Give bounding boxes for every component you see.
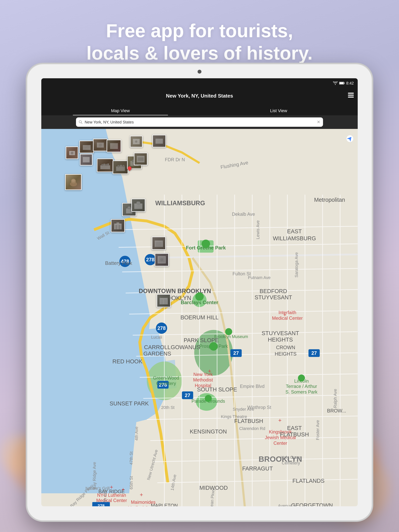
tab-map-view[interactable]: Map View <box>41 108 200 114</box>
svg-text:+: + <box>110 484 113 490</box>
svg-rect-184 <box>127 208 132 209</box>
hero-line2: locals & lovers of history. <box>39 42 360 64</box>
svg-text:EAST: EAST <box>287 425 302 431</box>
wifi-icon <box>333 81 338 85</box>
svg-text:Putnam Ave: Putnam Ave <box>248 275 270 280</box>
svg-text:47th St: 47th St <box>129 451 134 465</box>
map-location-pin <box>128 166 131 170</box>
nav-bar: New York, NY, United States <box>41 88 358 104</box>
svg-rect-192 <box>156 242 162 247</box>
list-button[interactable] <box>348 93 354 99</box>
map-photo-1[interactable] <box>66 146 78 159</box>
map-photo-8[interactable] <box>97 158 113 172</box>
search-area: New York, NY, United States ✕ <box>41 115 358 129</box>
svg-rect-3 <box>348 93 354 94</box>
svg-text:278: 278 <box>157 325 166 331</box>
map-photo-5[interactable] <box>130 136 143 147</box>
svg-text:Holy Cross: Holy Cross <box>281 455 301 460</box>
svg-text:Methodist: Methodist <box>193 377 213 382</box>
svg-text:Medical Center: Medical Center <box>128 505 159 506</box>
svg-text:65th St: 65th St <box>129 476 134 489</box>
svg-point-162 <box>135 140 137 143</box>
svg-point-195 <box>160 258 163 261</box>
svg-text:BROW...: BROW... <box>327 408 346 413</box>
search-input[interactable]: New York, NY, United States <box>84 120 315 124</box>
svg-text:SUNSET PARK: SUNSET PARK <box>110 400 149 407</box>
svg-text:BEDFORD: BEDFORD <box>259 288 287 294</box>
svg-text:Kings Theatre: Kings Theatre <box>221 414 247 419</box>
status-bar: 8:42 <box>41 78 358 88</box>
svg-point-110 <box>209 342 218 350</box>
map-photo-4[interactable] <box>107 140 121 152</box>
svg-text:Cemetery: Cemetery <box>282 461 300 465</box>
svg-text:Saratoga Ave: Saratoga Ave <box>294 252 299 278</box>
svg-text:Clarendon Rd: Clarendon Rd <box>239 426 265 431</box>
svg-text:KENSINGTON: KENSINGTON <box>190 428 227 435</box>
svg-text:Foster Ave: Foster Ave <box>315 420 320 440</box>
svg-text:+: + <box>283 312 286 318</box>
svg-line-7 <box>81 123 82 124</box>
svg-text:FLATLANDS: FLATLANDS <box>292 478 325 484</box>
svg-point-159 <box>99 144 102 147</box>
svg-text:GEORGETOWN: GEORGETOWN <box>291 502 333 506</box>
map-container[interactable]: 278 278 478 27 27 27 278 WILLIAMSBURG DO… <box>41 129 358 506</box>
svg-text:HEIGHTS: HEIGHTS <box>268 336 293 343</box>
svg-text:CARROLL: CARROLL <box>144 344 170 350</box>
search-clear-button[interactable]: ✕ <box>317 120 320 125</box>
svg-rect-165 <box>100 165 110 169</box>
svg-text:GARDENS: GARDENS <box>143 350 171 357</box>
svg-text:FDR Dr N: FDR Dr N <box>165 157 185 162</box>
map-photo-3[interactable] <box>93 139 108 151</box>
map-photo-11[interactable] <box>134 153 148 165</box>
svg-text:27: 27 <box>185 393 190 398</box>
map-photo-14[interactable] <box>131 199 145 212</box>
svg-text:+: + <box>121 487 125 493</box>
svg-rect-190 <box>116 222 119 223</box>
svg-point-122 <box>298 374 305 381</box>
svg-text:BOERUM HILL: BOERUM HILL <box>180 314 219 321</box>
svg-text:278: 278 <box>146 257 154 262</box>
map-photo-18[interactable] <box>157 294 171 307</box>
svg-rect-164 <box>83 157 90 162</box>
map-photo-12[interactable] <box>65 174 82 190</box>
hero-line1: Free app for tourists, <box>39 19 360 42</box>
map-photo-16[interactable] <box>152 237 166 250</box>
svg-rect-160 <box>110 143 118 149</box>
svg-text:Snyder Ave: Snyder Ave <box>233 407 254 412</box>
svg-text:NYU Lutheran: NYU Lutheran <box>97 493 126 498</box>
svg-point-109 <box>195 292 204 301</box>
map-photo-6[interactable] <box>152 135 166 147</box>
svg-text:20th St: 20th St <box>161 405 174 410</box>
svg-text:+: + <box>140 492 143 498</box>
map-photo-15[interactable] <box>111 219 125 232</box>
tab-list-view[interactable]: List View <box>200 108 358 114</box>
map-photo-2[interactable] <box>79 141 94 153</box>
svg-rect-5 <box>348 97 354 98</box>
svg-text:Avenue M: Avenue M <box>278 503 297 506</box>
svg-text:27: 27 <box>233 350 239 356</box>
svg-text:Center: Center <box>274 441 287 446</box>
search-icon <box>79 120 83 124</box>
svg-text:STUYVESANT: STUYVESANT <box>255 294 292 300</box>
svg-text:27: 27 <box>311 350 317 356</box>
svg-text:Ralph Ave: Ralph Ave <box>333 389 338 408</box>
svg-point-155 <box>71 152 73 154</box>
svg-point-167 <box>103 164 105 165</box>
svg-point-166 <box>101 164 103 166</box>
svg-point-108 <box>202 240 210 248</box>
svg-text:Cemetery: Cemetery <box>156 381 176 386</box>
svg-rect-1 <box>344 82 345 84</box>
map-photo-7[interactable] <box>80 154 93 165</box>
svg-point-168 <box>105 164 107 166</box>
map-photo-17[interactable] <box>155 253 169 266</box>
svg-text:GOWANUS: GOWANUS <box>171 344 200 350</box>
svg-text:Empire Blvd: Empire Blvd <box>240 384 264 389</box>
svg-text:4th Ave: 4th Ave <box>134 427 139 441</box>
svg-rect-198 <box>161 299 163 304</box>
svg-text:Brooklyn Museum: Brooklyn Museum <box>214 334 248 339</box>
svg-text:Dekalb Ave: Dekalb Ave <box>232 212 255 217</box>
svg-text:HEIGHTS: HEIGHTS <box>275 351 296 356</box>
location-button[interactable] <box>346 135 354 143</box>
svg-text:Lucali: Lucali <box>151 335 162 340</box>
map-photo-9[interactable] <box>113 160 128 174</box>
